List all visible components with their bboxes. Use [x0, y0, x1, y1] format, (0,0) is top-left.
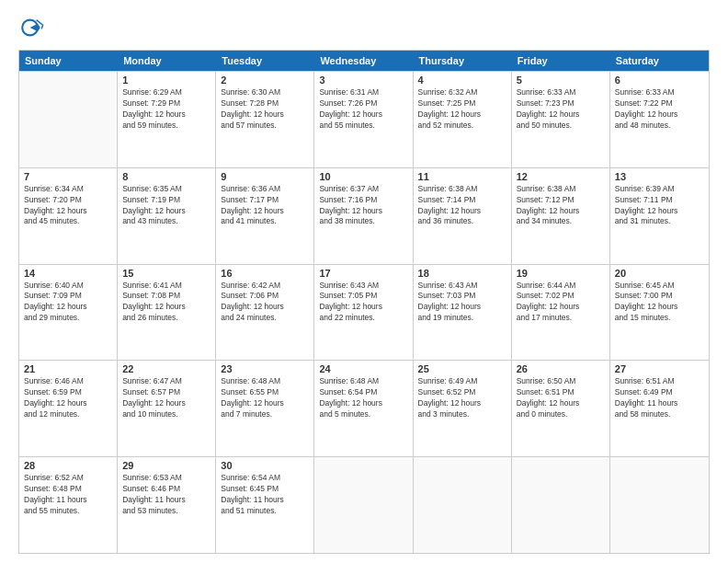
- cell-info-line: and 43 minutes.: [122, 216, 210, 227]
- day-number: 2: [221, 75, 309, 86]
- cell-info-line: Sunset: 7:08 PM: [122, 291, 210, 302]
- day-cell-7: 7Sunrise: 6:34 AMSunset: 7:20 PMDaylight…: [19, 168, 118, 264]
- cell-info-line: Sunset: 7:02 PM: [517, 291, 605, 302]
- cell-info-line: Sunrise: 6:40 AM: [24, 281, 112, 292]
- day-number: 30: [221, 460, 309, 471]
- cell-info-line: Sunrise: 6:49 AM: [418, 376, 506, 387]
- day-cell-28: 28Sunrise: 6:52 AMSunset: 6:48 PMDayligh…: [19, 457, 118, 553]
- day-cell-14: 14Sunrise: 6:40 AMSunset: 7:09 PMDayligh…: [19, 265, 118, 361]
- cell-info-line: and 57 minutes.: [221, 121, 309, 132]
- cell-info-line: Sunset: 6:48 PM: [24, 484, 112, 495]
- header-day-thursday: Thursday: [414, 51, 512, 71]
- cell-info-line: Sunrise: 6:38 AM: [418, 184, 506, 195]
- day-cell-20: 20Sunrise: 6:45 AMSunset: 7:00 PMDayligh…: [610, 265, 709, 361]
- cell-info-line: Daylight: 12 hours: [221, 109, 309, 121]
- cell-info-line: Sunset: 7:14 PM: [418, 195, 506, 206]
- day-cell-17: 17Sunrise: 6:43 AMSunset: 7:05 PMDayligh…: [314, 265, 413, 361]
- cell-info-line: Sunset: 6:54 PM: [319, 387, 407, 398]
- cell-info-line: Sunset: 7:11 PM: [615, 195, 704, 206]
- cell-info-line: Sunset: 6:51 PM: [517, 387, 605, 398]
- empty-cell-0-0: [19, 72, 118, 167]
- cell-info-line: Sunset: 6:55 PM: [221, 387, 309, 398]
- day-number: 23: [221, 363, 309, 374]
- cell-info-line: Sunset: 7:06 PM: [221, 291, 309, 302]
- header-day-sunday: Sunday: [19, 51, 118, 71]
- cell-info-line: Sunrise: 6:33 AM: [615, 87, 704, 98]
- cell-info-line: Sunset: 6:52 PM: [418, 387, 506, 398]
- cell-info-line: and 50 minutes.: [517, 121, 605, 132]
- cell-info-line: and 52 minutes.: [418, 121, 506, 132]
- cell-info-line: and 41 minutes.: [221, 216, 309, 227]
- day-cell-10: 10Sunrise: 6:37 AMSunset: 7:16 PMDayligh…: [314, 168, 413, 264]
- cell-info-line: Daylight: 11 hours: [24, 495, 112, 506]
- page: SundayMondayTuesdayWednesdayThursdayFrid…: [0, 0, 728, 563]
- logo-icon: [18, 15, 44, 40]
- header: [18, 15, 710, 40]
- cell-info-line: Daylight: 12 hours: [221, 398, 309, 409]
- cell-info-line: Sunset: 7:12 PM: [517, 195, 605, 206]
- day-number: 5: [517, 75, 605, 86]
- cell-info-line: Daylight: 12 hours: [319, 109, 407, 121]
- day-cell-2: 2Sunrise: 6:30 AMSunset: 7:28 PMDaylight…: [216, 72, 314, 167]
- cell-info-line: Daylight: 12 hours: [418, 206, 506, 217]
- cell-info-line: Daylight: 12 hours: [418, 109, 506, 121]
- cell-info-line: Sunrise: 6:38 AM: [517, 184, 605, 195]
- cell-info-line: Sunrise: 6:43 AM: [418, 281, 506, 292]
- cell-info-line: Sunrise: 6:48 AM: [319, 376, 407, 387]
- cell-info-line: Sunset: 7:19 PM: [122, 195, 210, 206]
- cell-info-line: Daylight: 12 hours: [615, 109, 704, 121]
- cell-info-line: and 29 minutes.: [24, 313, 112, 324]
- header-day-friday: Friday: [512, 51, 610, 71]
- header-day-saturday: Saturday: [610, 51, 709, 71]
- day-number: 24: [319, 363, 407, 374]
- day-cell-25: 25Sunrise: 6:49 AMSunset: 6:52 PMDayligh…: [414, 361, 512, 456]
- cell-info-line: Sunset: 7:28 PM: [221, 98, 309, 109]
- cell-info-line: and 31 minutes.: [615, 216, 704, 227]
- day-number: 22: [122, 363, 210, 374]
- empty-cell-4-3: [314, 457, 413, 553]
- cell-info-line: Sunrise: 6:29 AM: [122, 87, 210, 98]
- cell-info-line: Sunset: 7:29 PM: [122, 98, 210, 109]
- day-number: 13: [615, 171, 704, 182]
- day-cell-26: 26Sunrise: 6:50 AMSunset: 6:51 PMDayligh…: [512, 361, 610, 456]
- cell-info-line: Sunrise: 6:30 AM: [221, 87, 309, 98]
- day-number: 21: [24, 363, 112, 374]
- cell-info-line: Sunrise: 6:51 AM: [615, 376, 704, 387]
- cell-info-line: Daylight: 12 hours: [517, 398, 605, 409]
- cell-info-line: Sunrise: 6:43 AM: [319, 281, 407, 292]
- day-number: 29: [122, 460, 210, 471]
- cell-info-line: Daylight: 12 hours: [122, 206, 210, 217]
- cell-info-line: Sunrise: 6:50 AM: [517, 376, 605, 387]
- day-number: 9: [221, 171, 309, 182]
- cell-info-line: Sunset: 7:25 PM: [418, 98, 506, 109]
- cell-info-line: and 48 minutes.: [615, 121, 704, 132]
- day-cell-24: 24Sunrise: 6:48 AMSunset: 6:54 PMDayligh…: [314, 361, 413, 456]
- day-number: 15: [122, 268, 210, 279]
- cell-info-line: Daylight: 12 hours: [24, 206, 112, 217]
- cell-info-line: and 55 minutes.: [319, 121, 407, 132]
- cell-info-line: Sunset: 7:22 PM: [615, 98, 704, 109]
- cell-info-line: Sunset: 7:17 PM: [221, 195, 309, 206]
- cell-info-line: and 55 minutes.: [24, 506, 112, 517]
- cell-info-line: and 10 minutes.: [122, 409, 210, 420]
- day-cell-15: 15Sunrise: 6:41 AMSunset: 7:08 PMDayligh…: [118, 265, 216, 361]
- calendar: SundayMondayTuesdayWednesdayThursdayFrid…: [18, 50, 710, 554]
- cell-info-line: and 59 minutes.: [122, 121, 210, 132]
- cell-info-line: Daylight: 12 hours: [24, 398, 112, 409]
- header-day-wednesday: Wednesday: [314, 51, 413, 71]
- cell-info-line: and 19 minutes.: [418, 313, 506, 324]
- cell-info-line: and 22 minutes.: [319, 313, 407, 324]
- day-number: 25: [418, 363, 506, 374]
- cell-info-line: Sunset: 7:16 PM: [319, 195, 407, 206]
- cell-info-line: Daylight: 12 hours: [319, 398, 407, 409]
- day-cell-1: 1Sunrise: 6:29 AMSunset: 7:29 PMDaylight…: [118, 72, 216, 167]
- cell-info-line: and 12 minutes.: [24, 409, 112, 420]
- day-cell-5: 5Sunrise: 6:33 AMSunset: 7:23 PMDaylight…: [512, 72, 610, 167]
- cell-info-line: Sunrise: 6:39 AM: [615, 184, 704, 195]
- day-number: 20: [615, 268, 704, 279]
- cell-info-line: Daylight: 12 hours: [221, 206, 309, 217]
- day-cell-27: 27Sunrise: 6:51 AMSunset: 6:49 PMDayligh…: [610, 361, 709, 456]
- cell-info-line: Sunset: 7:09 PM: [24, 291, 112, 302]
- cell-info-line: Sunrise: 6:36 AM: [221, 184, 309, 195]
- cell-info-line: Sunrise: 6:46 AM: [24, 376, 112, 387]
